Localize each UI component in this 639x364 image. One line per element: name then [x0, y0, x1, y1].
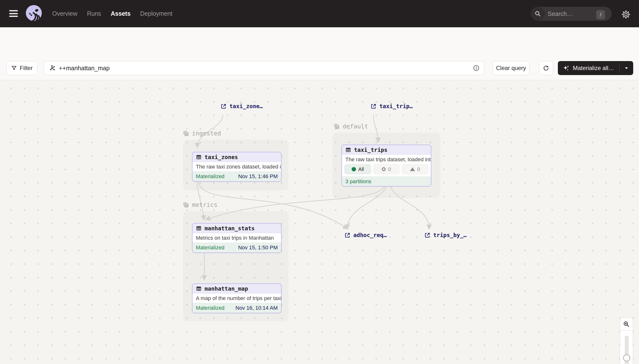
external-asset-label: adhoc_req…	[353, 232, 387, 238]
page-header: Global Asset Lineage Reload definitions	[0, 27, 639, 58]
group-label-ingested[interactable]: ingested	[183, 130, 221, 137]
external-asset-taxi-trip-file[interactable]: taxi_trip…	[370, 103, 413, 109]
asset-description: A map of the number of trips per taxi z…	[193, 294, 281, 303]
asset-selection-input[interactable]	[44, 61, 484, 75]
materialized-status: Materialized	[196, 173, 225, 180]
materialized-timestamp[interactable]: Nov 16, 10:14 AM	[235, 305, 278, 311]
zoom-controls	[620, 318, 633, 364]
table-icon	[196, 226, 202, 231]
group-grid-icon	[183, 130, 189, 136]
group-name: default	[343, 123, 368, 130]
nav-item-deployment[interactable]: Deployment	[140, 10, 172, 17]
group-label-metrics[interactable]: metrics	[183, 201, 217, 208]
success-dot-icon	[352, 167, 356, 172]
external-link-icon	[344, 232, 350, 238]
partitions-all-badge[interactable]: All	[344, 164, 371, 174]
search-icon	[531, 7, 545, 21]
asset-node-manhattan-stats[interactable]: manhattan_stats Metrics on taxi trips in…	[192, 223, 282, 253]
funnel-icon	[11, 65, 17, 71]
external-asset-trips-by-week[interactable]: trips_by_…	[424, 232, 467, 238]
badge-label: All	[358, 166, 364, 172]
materialized-timestamp[interactable]: Nov 15, 1:46 PM	[238, 173, 278, 180]
badge-count: 0	[417, 166, 420, 172]
dagster-logo[interactable]	[24, 4, 44, 24]
zoom-in-button[interactable]	[620, 318, 633, 331]
asset-node-taxi-zones[interactable]: taxi_zones The raw taxi zones dataset, l…	[192, 152, 282, 182]
partitions-failed-badge[interactable]: 0	[402, 164, 428, 174]
materialize-all-label: Materialize all…	[573, 65, 614, 72]
asset-name: taxi_trips	[354, 147, 387, 153]
external-asset-adhoc-request[interactable]: adhoc_req…	[344, 232, 387, 238]
group-name: ingested	[192, 130, 221, 137]
asset-name: manhattan_map	[205, 286, 248, 292]
materialize-all-button[interactable]: Materialize all…	[558, 61, 633, 75]
asset-name: manhattan_stats	[205, 225, 255, 232]
info-icon[interactable]	[473, 65, 480, 72]
zoom-slider-thumb[interactable]	[623, 354, 630, 362]
partition-health-badges: All 0 0	[342, 164, 431, 174]
asset-description: Metrics on taxi trips in Manhattan	[193, 233, 281, 242]
table-icon	[345, 147, 351, 153]
external-asset-label: trips_by_…	[433, 232, 467, 238]
external-asset-label: taxi_zone…	[229, 103, 263, 109]
asset-node-header: taxi_zones	[193, 152, 281, 162]
ring-icon	[382, 167, 386, 171]
partitions-count[interactable]: 3 partitions	[342, 176, 431, 186]
materialize-all-main[interactable]: Materialize all…	[558, 61, 619, 75]
nav-item-overview[interactable]: Overview	[52, 10, 77, 17]
asset-node-header: taxi_trips	[342, 145, 431, 155]
lineage-canvas[interactable]: ingested default metrics taxi_z	[0, 80, 639, 364]
materialized-status: Materialized	[196, 305, 225, 311]
materialize-dropdown-toggle[interactable]	[620, 61, 633, 75]
chevron-down-icon	[624, 66, 629, 70]
global-search[interactable]: /	[531, 7, 612, 21]
external-link-icon	[370, 103, 376, 109]
clear-query-label: Clear query	[496, 65, 526, 72]
group-name: metrics	[192, 201, 217, 208]
asset-node-header: manhattan_map	[193, 284, 281, 294]
table-icon	[196, 286, 202, 292]
external-link-icon	[221, 103, 227, 109]
group-grid-icon	[333, 123, 340, 130]
asset-name: taxi_zones	[205, 154, 238, 160]
zoom-in-icon	[623, 320, 630, 328]
primary-nav: Overview Runs Assets Deployment	[52, 0, 172, 27]
asset-description: The raw taxi zones dataset, loaded int…	[193, 162, 281, 172]
asset-footer: Materialized Nov 15, 1:46 PM	[193, 172, 281, 181]
search-input[interactable]	[548, 10, 591, 18]
filter-button[interactable]: Filter	[7, 61, 37, 75]
refresh-icon	[543, 65, 549, 71]
search-shortcut-badge: /	[596, 10, 605, 19]
filter-label: Filter	[20, 65, 33, 72]
group-label-default[interactable]: default	[333, 123, 368, 130]
asset-description: The raw taxi trips dataset, loaded into …	[342, 155, 431, 164]
settings-gear-icon[interactable]	[621, 10, 631, 19]
clear-query-button[interactable]: Clear query	[493, 61, 529, 75]
asset-node-manhattan-map[interactable]: manhattan_map A map of the number of tri…	[192, 284, 282, 313]
op-selector-icon	[48, 64, 56, 72]
table-icon	[196, 154, 202, 160]
query-input[interactable]	[59, 65, 473, 72]
lineage-toolbar: Filter Clear query	[0, 58, 639, 80]
external-asset-label: taxi_trip…	[379, 103, 413, 109]
refresh-button[interactable]	[539, 61, 553, 75]
asset-node-taxi-trips[interactable]: taxi_trips The raw taxi trips dataset, l…	[341, 144, 431, 186]
sparkle-icon	[563, 64, 570, 72]
external-link-icon	[424, 232, 430, 238]
group-grid-icon	[183, 202, 189, 208]
asset-node-header: manhattan_stats	[193, 224, 281, 233]
materialized-timestamp[interactable]: Nov 15, 1:50 PM	[238, 244, 278, 251]
hamburger-menu-icon[interactable]	[9, 9, 19, 18]
asset-footer: Materialized Nov 15, 1:50 PM	[193, 242, 281, 252]
nav-item-runs[interactable]: Runs	[87, 10, 101, 17]
zoom-slider[interactable]	[620, 331, 633, 364]
materialized-status: Materialized	[196, 244, 225, 251]
triangle-icon	[410, 167, 415, 171]
lineage-edges	[0, 80, 639, 364]
badge-count: 0	[388, 166, 391, 172]
partitions-missing-badge[interactable]: 0	[373, 164, 400, 174]
top-nav: Overview Runs Assets Deployment /	[0, 0, 639, 27]
asset-footer: Materialized Nov 16, 10:14 AM	[193, 303, 281, 313]
nav-item-assets[interactable]: Assets	[111, 10, 131, 17]
external-asset-taxi-zone-file[interactable]: taxi_zone…	[221, 103, 263, 109]
